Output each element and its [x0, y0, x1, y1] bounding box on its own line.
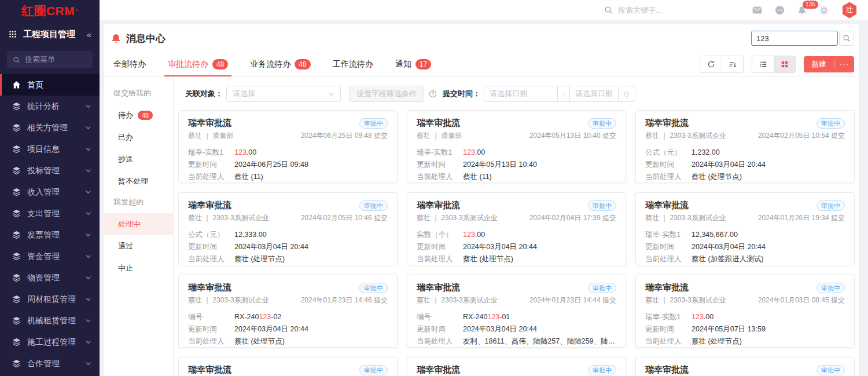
card-title: 瑞幸审批流: [417, 118, 460, 129]
search-icon: [604, 6, 613, 14]
subnav-item-通过[interactable]: 通过: [104, 235, 173, 257]
tab-label: 通知: [395, 59, 411, 70]
card-title: 瑞幸审批流: [188, 200, 231, 211]
menu-search-input[interactable]: 搜索菜单: [7, 51, 93, 68]
work-area: 关联对象： 请选择 设置字段筛选条件 提交时间： 请选择日期 -: [174, 76, 859, 376]
tab-工作流待办[interactable]: 工作流待办: [333, 52, 373, 76]
card-header: 瑞幸审批流审批中: [645, 200, 845, 211]
tab-审批流待办[interactable]: 审批流待办48: [168, 52, 228, 76]
sidebar-item-机械租赁管理[interactable]: 机械租赁管理: [0, 310, 100, 331]
chevron-down-icon: [85, 210, 91, 217]
card-header: 瑞幸审批流审批中: [645, 118, 845, 129]
approval-card[interactable]: 瑞幸审批流审批中蔡壮 ｜ 2303-3系测试企业2023年12月28日 16:0…: [635, 357, 855, 376]
global-search[interactable]: [604, 6, 705, 14]
sidebar-item-周材租赁管理[interactable]: 周材租赁管理: [0, 289, 100, 310]
subnav-item-已办[interactable]: 已办: [104, 126, 173, 148]
approval-card[interactable]: 瑞幸审批流审批中蔡壮 ｜ 2303-3系测试企业2023年12月28日 16:0…: [407, 357, 626, 376]
approval-card[interactable]: 瑞幸审批流审批中蔡壮 ｜ 2303-3系测试企业2024年01月26日 19:3…: [635, 192, 855, 265]
card-field-row: 实数（个）123.00: [417, 229, 616, 241]
mail-icon[interactable]: [752, 6, 762, 14]
create-button[interactable]: 新建 ···: [804, 56, 854, 72]
field-label: 公式（元）: [645, 147, 692, 159]
field-value: 2024年03月04日 20:44: [463, 241, 537, 253]
related-object-select[interactable]: 请选择: [226, 86, 341, 102]
sidebar-item-物资管理[interactable]: 物资管理: [0, 267, 100, 289]
subnav-item-中止[interactable]: 中止: [104, 257, 173, 279]
chat-icon[interactable]: [775, 5, 785, 15]
subnav-item-抄送[interactable]: 抄送: [104, 148, 173, 170]
sidebar-item-label: 投标管理: [27, 166, 60, 176]
field-value: 2024年06月25日 09:48: [234, 159, 308, 171]
card-field-row: 更新时间2024年05月07日 13:59: [645, 323, 845, 335]
sort-button[interactable]: [722, 56, 743, 72]
avatar[interactable]: 壮: [841, 2, 858, 19]
card-search-input[interactable]: [751, 31, 838, 46]
field-filter-button[interactable]: 设置字段筛选条件: [349, 86, 424, 102]
sidebar-item-发票管理[interactable]: 发票管理: [0, 224, 100, 246]
card-title: 瑞幸审批流: [417, 364, 460, 375]
gear-icon[interactable]: [819, 6, 829, 15]
sidebar-item-合作管理[interactable]: 合作管理: [0, 353, 100, 374]
field-value: 蔡壮 (加签跟进人测试): [692, 253, 763, 265]
card-submit-time: 2024年02月05日 10:54 提交: [758, 131, 845, 141]
card-subheader: 蔡壮 ｜ 2303-3系测试企业2024年01月26日 19:34 提交: [645, 213, 845, 223]
sidebar-item-统计分析[interactable]: 统计分析: [0, 96, 100, 117]
refresh-button[interactable]: [700, 56, 722, 72]
clock-icon[interactable]: [618, 86, 635, 102]
sidebar-item-相关方管理[interactable]: 相关方管理: [0, 117, 100, 138]
card-subheader: 蔡壮 ｜ 2303-3系测试企业2024年01月23日 14:44 提交: [417, 295, 616, 305]
subnav-item-待办[interactable]: 待办48: [104, 104, 173, 126]
approval-card[interactable]: 瑞幸审批流审批中蔡壮 ｜ 2303-3系测试企业2024年02月05日 10:4…: [178, 192, 398, 265]
app-switcher[interactable]: 工程项目管理 «: [0, 22, 100, 46]
card-subheader: 蔡壮 ｜ 2303-3系测试企业2024年02月05日 10:54 提交: [645, 131, 845, 141]
date-start-input[interactable]: 请选择日期: [484, 86, 558, 102]
card-field-row: 瑞幸-实数1123.00: [645, 311, 845, 323]
sidebar-item-资金管理[interactable]: 资金管理: [0, 246, 100, 267]
date-end-input[interactable]: 请选择日期: [569, 86, 619, 102]
approval-card[interactable]: 瑞幸审批流审批中蔡壮 ｜ 质量部2024年06月25日 09:48 提交瑞幸-实…: [178, 110, 398, 183]
list-view-button[interactable]: [752, 56, 774, 72]
chevron-down-icon: [85, 167, 91, 174]
view-toggle-group: [752, 56, 796, 73]
card-field-row: 更新时间2024年03月04日 20:44: [645, 159, 845, 171]
notification-bell-icon[interactable]: 135: [797, 6, 807, 15]
sidebar: 红圈CRM° 工程项目管理 « 搜索菜单 首页统计分析相关方管理项目信息投标管理…: [0, 0, 100, 376]
approval-card[interactable]: 瑞幸审批流审批中蔡壮 ｜ 2303-3系测试企业2024年02月05日 10:5…: [635, 110, 855, 183]
sidebar-item-label: 项目信息: [27, 144, 60, 155]
field-value: 2024年03月04日 20:44: [463, 323, 537, 335]
tab-通知[interactable]: 通知17: [395, 52, 431, 76]
approval-card[interactable]: 瑞幸审批流审批中蔡壮 ｜ 2303-3系测试企业2024年01月23日 14:4…: [178, 275, 398, 348]
approval-card[interactable]: 瑞幸审批流审批中蔡壮 ｜ 2303-3系测试企业2024年01月03日 08:4…: [635, 275, 855, 348]
card-header: 瑞幸审批流审批中: [417, 200, 616, 211]
card-submitter: 蔡壮 ｜ 2303-3系测试企业: [645, 213, 726, 223]
approval-card[interactable]: 瑞幸审批流审批中蔡壮 ｜ 质量部2024年05月13日 10:40 提交瑞幸-实…: [407, 110, 626, 183]
sidebar-item-项目信息[interactable]: 项目信息: [0, 138, 100, 160]
sidebar-item-支出管理[interactable]: 支出管理: [0, 203, 100, 224]
layers-icon: [12, 252, 21, 261]
create-more-button[interactable]: ···: [834, 60, 854, 68]
card-title: 瑞幸审批流: [645, 200, 689, 211]
sidebar-item-首页[interactable]: 首页: [0, 74, 100, 96]
card-subheader: 蔡壮 ｜ 2303-3系测试企业2024年01月03日 08:45 提交: [645, 295, 845, 305]
sidebar-menu: 首页统计分析相关方管理项目信息投标管理收入管理支出管理发票管理资金管理物资管理周…: [0, 74, 100, 376]
global-search-input[interactable]: [618, 6, 705, 14]
sidebar-item-施工过程管理[interactable]: 施工过程管理: [0, 331, 100, 353]
card-fields: 瑞幸-实数1123.00更新时间2024年05月07日 13:59当前处理人蔡壮…: [645, 311, 845, 348]
search-button[interactable]: [839, 31, 854, 46]
subnav-item-label: 已办: [118, 132, 133, 143]
approval-card[interactable]: 瑞幸审批流审批中蔡壮 ｜ 2303-3系测试企业2024年01月23日 14:4…: [407, 275, 626, 348]
sidebar-item-投标管理[interactable]: 投标管理: [0, 160, 100, 181]
collapse-sidebar-icon[interactable]: «: [87, 30, 91, 39]
subnav-item-处理中[interactable]: 处理中: [104, 213, 173, 235]
approval-card[interactable]: 瑞幸审批流审批中蔡壮 ｜ 2303-3系测试企业2023年12月29日 16:4…: [178, 357, 398, 376]
tab-业务流待办[interactable]: 业务流待办48: [250, 52, 310, 76]
tab-全部待办[interactable]: 全部待办: [113, 52, 146, 76]
field-value: 2024年05月07日 13:59: [692, 323, 766, 335]
card-field-row: 当前处理人蔡壮 (处理节点): [645, 335, 845, 348]
sidebar-item-收入管理[interactable]: 收入管理: [0, 181, 100, 203]
grid-view-button[interactable]: [774, 56, 795, 72]
subnav-item-暂不处理[interactable]: 暂不处理: [104, 170, 173, 192]
approval-card[interactable]: 瑞幸审批流审批中蔡壮 ｜ 2303-3系测试企业2024年02月04日 17:3…: [407, 192, 626, 265]
help-icon[interactable]: [429, 90, 437, 98]
field-label: 更新时间: [188, 323, 234, 335]
